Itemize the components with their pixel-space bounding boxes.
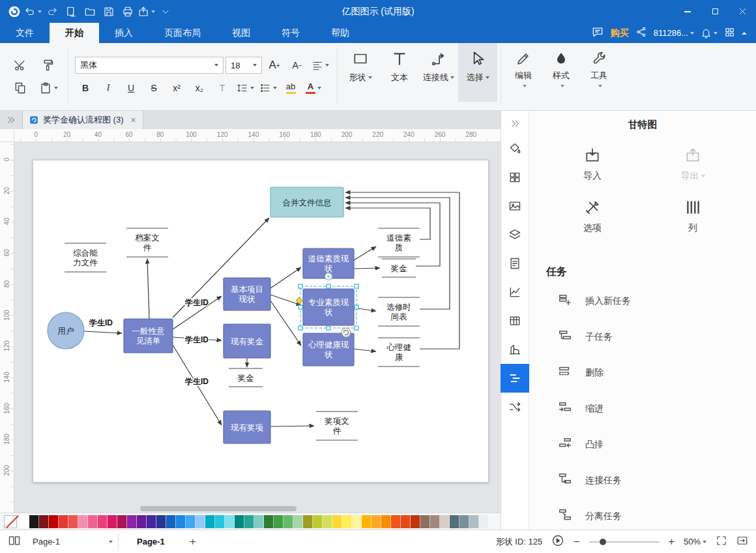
color-swatch[interactable] xyxy=(196,515,205,528)
color-swatch[interactable] xyxy=(401,515,411,528)
selection-handle[interactable] xyxy=(355,305,358,309)
menu-tab-1[interactable]: 开始 xyxy=(50,23,99,43)
minimize-button[interactable] xyxy=(674,0,701,23)
menu-tab-6[interactable]: 帮助 xyxy=(315,23,365,43)
delete-task-button[interactable]: 删除 xyxy=(529,355,756,391)
buy-button[interactable]: 购买 xyxy=(611,27,629,39)
color-swatch[interactable] xyxy=(450,515,459,528)
node-ability-file[interactable]: 综合能力文件 xyxy=(65,243,106,272)
node-existing-bonus[interactable]: 现有奖金 xyxy=(224,324,270,358)
color-swatch[interactable] xyxy=(98,515,108,528)
color-swatch[interactable] xyxy=(20,515,29,528)
italic-button[interactable]: I xyxy=(98,79,119,97)
columns-button[interactable]: 列 xyxy=(643,199,743,234)
color-swatch[interactable] xyxy=(215,515,225,528)
close-button[interactable] xyxy=(729,0,756,23)
selection-handle[interactable] xyxy=(298,305,302,309)
color-swatch[interactable] xyxy=(391,515,401,528)
color-swatch[interactable] xyxy=(420,515,430,528)
symbol-library-icon[interactable] xyxy=(501,163,529,192)
color-swatch[interactable] xyxy=(88,515,98,528)
account-menu[interactable]: 811286... xyxy=(654,28,694,38)
panel-collapse-icon[interactable] xyxy=(501,112,529,134)
node-existing-awards[interactable]: 现有奖项 xyxy=(224,411,270,443)
drawing-canvas[interactable]: 用户合并文件信息一般性意见清单基本项目现状道德素质现状专业素质现状心理健康现状现… xyxy=(14,142,501,513)
export-button[interactable] xyxy=(138,3,155,20)
color-swatch[interactable] xyxy=(440,515,450,528)
color-swatch[interactable] xyxy=(303,515,313,528)
color-swatch[interactable] xyxy=(371,515,381,528)
control-point-diamond[interactable] xyxy=(296,297,302,304)
chart-panel-icon[interactable] xyxy=(501,278,529,306)
apps-grid-icon[interactable] xyxy=(724,27,735,40)
color-swatch[interactable] xyxy=(362,515,371,528)
left-panel-expand-icon[interactable] xyxy=(0,111,22,129)
zoom-level[interactable]: 50% xyxy=(684,537,706,546)
fullscreen-icon[interactable] xyxy=(716,535,727,548)
selection-handle[interactable] xyxy=(327,326,330,330)
relationship-panel-icon[interactable] xyxy=(501,393,529,421)
color-swatch[interactable] xyxy=(39,515,49,528)
page-overview-icon[interactable] xyxy=(8,534,21,549)
connector-edge[interactable] xyxy=(147,259,149,319)
decrease-font-size-button[interactable]: A− xyxy=(287,56,308,74)
bold-button[interactable]: B xyxy=(75,79,96,97)
link-task-button[interactable]: 连接任务 xyxy=(529,462,756,498)
node-bonus-bottom[interactable]: 奖金 xyxy=(229,368,263,387)
node-mental-health[interactable]: 心理健康 xyxy=(378,338,420,366)
underline-button[interactable]: U xyxy=(121,79,141,97)
menu-tab-5[interactable]: 符号 xyxy=(266,23,315,43)
redo-button[interactable] xyxy=(43,3,61,20)
color-swatch[interactable] xyxy=(117,515,127,528)
connector-edge[interactable] xyxy=(354,349,376,351)
color-swatch[interactable] xyxy=(323,515,332,528)
color-swatch[interactable] xyxy=(176,515,186,528)
node-award-file[interactable]: 奖项文件 xyxy=(316,411,358,440)
undo-button[interactable] xyxy=(24,3,42,20)
font-size-select[interactable]: 18 xyxy=(225,57,262,74)
text-highlight-button[interactable]: ab xyxy=(280,79,301,97)
increase-font-size-button[interactable]: A+ xyxy=(264,56,285,74)
page-selector[interactable]: Page-1 xyxy=(27,534,119,549)
menu-tab-0[interactable]: 文件 xyxy=(0,23,50,43)
canvas-horizontal-scrollbar[interactable] xyxy=(14,506,501,511)
zoom-out-button[interactable]: − xyxy=(574,536,579,548)
connector-tool-button[interactable]: 连接线 xyxy=(419,43,458,102)
cut-button[interactable] xyxy=(7,56,33,74)
color-swatch[interactable] xyxy=(274,515,284,528)
color-swatch[interactable] xyxy=(284,515,293,528)
tools-menu-button[interactable]: 工具 xyxy=(580,43,618,102)
node-bonus-right[interactable]: 奖金 xyxy=(382,259,416,277)
fill-tool-icon[interactable] xyxy=(501,134,529,163)
color-swatch[interactable] xyxy=(156,515,166,528)
unlink-task-button[interactable]: 分离任务 xyxy=(529,498,756,530)
format-painter-button[interactable] xyxy=(35,56,61,74)
edit-menu-button[interactable]: 编辑 xyxy=(504,43,542,102)
node-moral-quality[interactable]: 道德素质 xyxy=(378,228,420,257)
superscript-button[interactable]: x² xyxy=(166,79,187,97)
color-swatch[interactable] xyxy=(78,515,88,528)
insert-task-button[interactable]: 插入新任务 xyxy=(529,283,756,319)
selection-handle[interactable] xyxy=(355,326,358,330)
color-swatch[interactable] xyxy=(186,515,196,528)
import-button[interactable]: 导入 xyxy=(542,147,643,182)
collapse-ribbon-icon[interactable] xyxy=(742,32,747,35)
close-tab-icon[interactable]: × xyxy=(131,115,136,125)
page-tab[interactable]: Page-1 xyxy=(125,537,177,546)
node-general-opinion-list[interactable]: 一般性意见清单 xyxy=(124,319,173,353)
gantt-panel-icon[interactable] xyxy=(501,364,529,393)
color-swatch[interactable] xyxy=(479,515,489,528)
export-button[interactable]: 导出 xyxy=(643,147,743,182)
node-professional-quality-status[interactable]: 专业素质现状 xyxy=(296,284,358,330)
outdent-task-button[interactable]: 凸排 xyxy=(529,426,756,462)
font-color-button[interactable]: A xyxy=(303,79,324,97)
menu-tab-4[interactable]: 视图 xyxy=(216,23,266,43)
sub-task-button[interactable]: 子任务 xyxy=(529,319,756,355)
zoom-slider-knob[interactable] xyxy=(600,539,606,545)
fit-to-window-icon[interactable] xyxy=(736,535,748,548)
no-fill-icon[interactable] xyxy=(4,515,17,528)
open-file-button[interactable] xyxy=(81,3,98,20)
zoom-in-button[interactable]: + xyxy=(669,536,675,548)
color-swatch[interactable] xyxy=(254,515,264,528)
menu-tab-3[interactable]: 页面布局 xyxy=(149,23,216,43)
